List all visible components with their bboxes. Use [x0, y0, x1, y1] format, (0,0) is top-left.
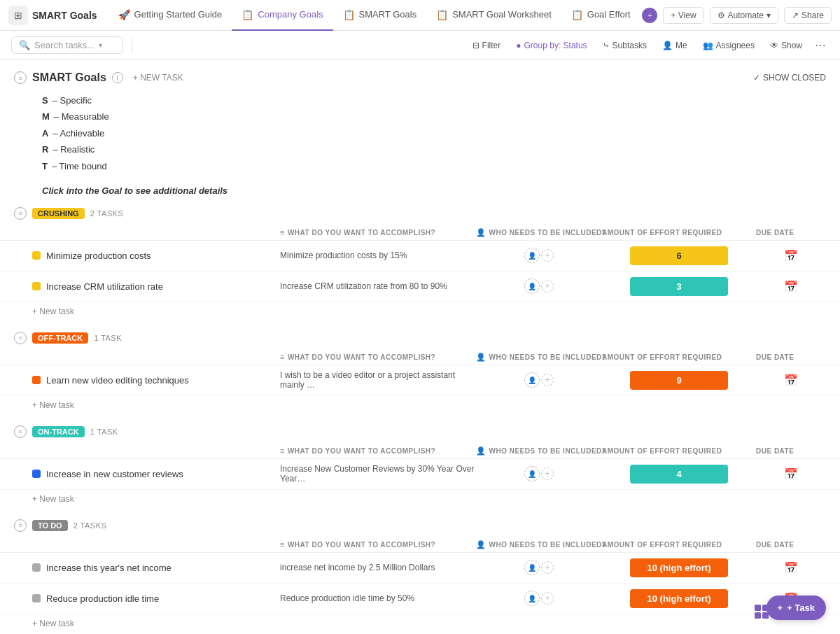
tab-smart-goals[interactable]: 📋 SMART Goals — [333, 0, 427, 31]
table-row[interactable]: Increase this year's net income increase… — [0, 553, 840, 584]
fab-icon: + — [778, 603, 783, 613]
task-color-dot — [32, 251, 41, 260]
calendar-icon[interactable]: 📅 — [784, 249, 798, 262]
section-crushing: ○ CRUSHING 2 TASKS ≡What do you want to … — [0, 202, 840, 320]
table-row[interactable]: Minimize production costs Minimize produ… — [0, 241, 840, 272]
plus-view-circle[interactable]: + — [642, 8, 657, 23]
col-who: 👤Who needs to be included? — [476, 353, 602, 362]
more-options-button[interactable]: ⋯ — [812, 37, 829, 54]
add-avatar-button[interactable]: + — [541, 249, 554, 262]
task-name: Learn new video editing techniques — [46, 375, 189, 386]
new-task-button[interactable]: + NEW TASK — [129, 71, 188, 84]
task-count-to-do: 2 TASKS — [74, 521, 107, 530]
goals-title: SMART Goals — [32, 71, 106, 84]
new-task-row[interactable]: + New task — [0, 614, 840, 633]
section-header-off-track: ○ OFF-TRACK 1 TASK — [0, 326, 840, 350]
add-avatar-button[interactable]: + — [541, 280, 554, 293]
getting-started-icon: 🚀 — [118, 9, 130, 20]
table-row[interactable]: Increase CRM utilization rate Increase C… — [0, 272, 840, 302]
goals-info-icon[interactable]: i — [112, 72, 123, 83]
section-toggle-crushing[interactable]: ○ — [14, 207, 27, 220]
subtasks-button[interactable]: ⤷ Subtasks — [597, 38, 652, 53]
smart-item-m: M – Measurable — [42, 108, 812, 125]
calendar-icon[interactable]: 📅 — [784, 467, 798, 481]
effort-badge: 10 (high effort) — [630, 589, 728, 608]
filter-button[interactable]: ⊟ Filter — [467, 38, 507, 53]
new-task-row[interactable]: + New task — [0, 302, 840, 320]
add-avatar-button[interactable]: + — [541, 374, 554, 386]
section-toggle-on-track[interactable]: ○ — [14, 425, 27, 438]
tab-getting-started[interactable]: 🚀 Getting Started Guide — [108, 0, 232, 31]
col-task — [32, 446, 280, 456]
assignees-button[interactable]: 👥 Assignees — [697, 38, 760, 53]
col-accomplish: ≡What do you want to accomplish? — [280, 353, 476, 362]
tab-company-goals[interactable]: 📋 Company Goals — [232, 0, 332, 31]
calendar-icon[interactable]: 📅 — [784, 561, 798, 575]
share-button[interactable]: ↗ Share — [784, 7, 832, 24]
due-date-cell: 📅 — [756, 561, 826, 575]
show-button[interactable]: 👁 Show — [764, 38, 808, 53]
table-row[interactable]: Reduce production idle time Reduce produ… — [0, 584, 840, 614]
due-date-cell: 📅 — [756, 249, 826, 262]
section-to-do: ○ TO DO 2 TASKS ≡What do you want to acc… — [0, 514, 840, 633]
grid-view-icon[interactable] — [753, 603, 770, 620]
add-task-fab[interactable]: + + Task — [766, 596, 826, 620]
who-cell: 👤 + — [476, 372, 602, 388]
add-avatar-button[interactable]: + — [541, 467, 554, 480]
svg-rect-1 — [762, 605, 769, 611]
tab-goal-effort[interactable]: 📋 Goal Effort — [561, 0, 640, 31]
table-row[interactable]: Increase in new customer reviews Increas… — [0, 459, 840, 490]
task-name-cell: Learn new video editing techniques — [32, 375, 280, 386]
table-row[interactable]: Learn new video editing techniques I wis… — [0, 365, 840, 396]
col-due-date: Due Date — [756, 540, 826, 549]
show-closed-button[interactable]: ✓ SHOW CLOSED — [753, 73, 826, 83]
task-name: Minimize production costs — [46, 251, 151, 261]
smart-item-t: T – Time bound — [42, 158, 812, 174]
group-by-button[interactable]: ● Group by: Status — [510, 38, 592, 53]
click-hint: Click into the Goal to see additional de… — [14, 180, 826, 202]
new-task-row[interactable]: + New task — [0, 396, 840, 414]
view-button[interactable]: + View — [663, 7, 704, 24]
status-badge-on-track: ON-TRACK — [32, 426, 85, 437]
calendar-icon[interactable]: 📅 — [784, 374, 798, 387]
avatar-group: 👤 + — [524, 591, 554, 606]
new-task-row[interactable]: + New task — [0, 490, 840, 508]
task-accomplish: increase net income by 2.5 Million Dolla… — [280, 563, 476, 572]
effort-badge: 3 — [630, 277, 728, 296]
section-toggle-off-track[interactable]: ○ — [14, 332, 27, 344]
effort-badge: 10 (high effort) — [630, 558, 728, 577]
me-button[interactable]: 👤 Me — [657, 38, 693, 53]
task-name: Reduce production idle time — [46, 593, 159, 604]
search-placeholder: Search tasks... — [34, 40, 94, 50]
col-headers-off-track: ≡What do you want to accomplish? 👤Who ne… — [0, 350, 840, 365]
svg-rect-3 — [762, 612, 769, 619]
task-color-dot — [32, 594, 41, 603]
avatar-group: 👤 + — [524, 466, 554, 481]
automate-icon: ⚙ — [718, 10, 725, 20]
goals-collapse-button[interactable]: ○ — [14, 71, 27, 84]
tab-smart-goal-worksheet[interactable]: 📋 SMART Goal Worksheet — [426, 0, 561, 31]
col-effort: Amount of Effort Required — [602, 228, 756, 237]
svg-rect-0 — [755, 605, 761, 611]
search-box[interactable]: 🔍 Search tasks... ▾ — [11, 36, 123, 54]
effort-cell: 6 — [602, 246, 756, 265]
nav-actions: + + View ⚙ Automate ▾ ↗ Share — [642, 7, 832, 24]
col-effort: Amount of Effort Required — [602, 446, 756, 456]
who-cell: 👤 + — [476, 560, 602, 575]
section-toggle-to-do[interactable]: ○ — [14, 519, 27, 532]
col-headers-crushing: ≡What do you want to accomplish? 👤Who ne… — [0, 225, 840, 241]
calendar-icon[interactable]: 📅 — [784, 280, 798, 293]
avatar: 👤 — [524, 372, 540, 388]
add-avatar-button[interactable]: + — [541, 561, 554, 574]
avatar-group: 👤 + — [524, 248, 554, 263]
smart-goals-icon: 📋 — [343, 9, 355, 20]
main-content: ○ SMART Goals i + NEW TASK ✓ SHOW CLOSED… — [0, 60, 840, 634]
automate-button[interactable]: ⚙ Automate ▾ — [710, 7, 778, 24]
search-dropdown-arrow[interactable]: ▾ — [99, 41, 102, 49]
top-nav: ⊞ SMART Goals 🚀 Getting Started Guide 📋 … — [0, 0, 840, 31]
who-cell: 👤 + — [476, 591, 602, 606]
task-name-cell: Increase in new customer reviews — [32, 469, 280, 479]
checkmark-icon: ✓ — [753, 73, 760, 83]
add-avatar-button[interactable]: + — [541, 592, 554, 605]
who-cell: 👤 + — [476, 279, 602, 294]
